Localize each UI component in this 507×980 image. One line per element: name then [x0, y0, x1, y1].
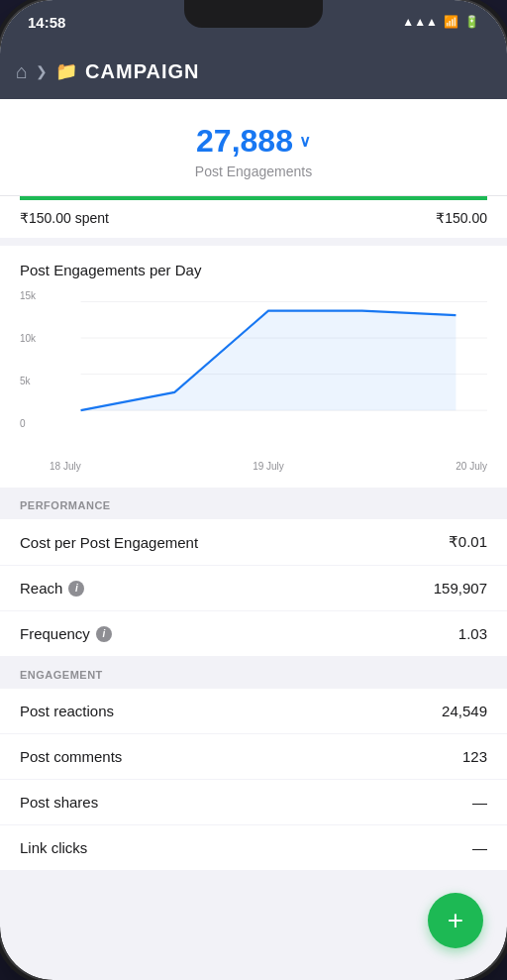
link-clicks-value: —	[472, 839, 487, 856]
post-comments-row: Post comments 123	[0, 734, 507, 780]
post-shares-label: Post shares	[20, 794, 98, 811]
frequency-value: 1.03	[458, 625, 487, 642]
page-title: CAMPAIGN	[85, 60, 199, 83]
chart-svg	[20, 290, 487, 449]
x-label-18july: 18 July	[50, 461, 81, 472]
post-reactions-value: 24,549	[442, 703, 487, 719]
performance-section-header: PERFORMANCE	[0, 488, 507, 519]
x-label-19july: 19 July	[253, 461, 284, 472]
link-clicks-label: Link clicks	[20, 839, 87, 856]
cost-per-engagement-label: Cost per Post Engagement	[20, 534, 198, 551]
reach-row: Reach i 159,907	[0, 566, 507, 611]
budget-progress-bar	[20, 196, 487, 200]
engagement-section-header: ENGAGEMENT	[0, 657, 507, 689]
chart-section: Post Engagements per Day 15k 10k 5k 0	[0, 246, 507, 488]
budget-row: ₹150.00 spent ₹150.00	[20, 210, 487, 226]
frequency-row: Frequency i 1.03	[0, 611, 507, 657]
screen-content: 27,888 ∨ Post Engagements ₹150.00 spent …	[0, 99, 507, 980]
post-comments-value: 123	[462, 748, 487, 765]
metric-number: 27,888	[196, 123, 293, 160]
status-time: 14:58	[28, 14, 65, 31]
signal-icon: ▲▲▲	[402, 15, 438, 29]
status-icons: ▲▲▲ 📶 🔋	[402, 15, 479, 29]
phone-screen: 14:58 ▲▲▲ 📶 🔋 ⌂ ❯ 📁 CAMPAIGN 27,888 ∨ Po…	[0, 0, 507, 980]
budget-section: ₹150.00 spent ₹150.00	[0, 195, 507, 238]
metric-value[interactable]: 27,888 ∨	[20, 123, 487, 160]
engagement-header-text: ENGAGEMENT	[20, 669, 103, 681]
notch	[184, 0, 323, 28]
y-label-5k: 5k	[20, 376, 36, 386]
post-comments-label: Post comments	[20, 748, 122, 765]
y-label-10k: 10k	[20, 333, 36, 344]
cost-per-engagement-row: Cost per Post Engagement ₹0.01	[0, 519, 507, 566]
post-shares-value: —	[472, 794, 487, 811]
performance-header-text: PERFORMANCE	[20, 499, 111, 511]
chart-x-labels: 18 July 19 July 20 July	[20, 457, 487, 472]
y-label-0: 0	[20, 418, 36, 429]
chart-container: 15k 10k 5k 0	[20, 290, 487, 449]
wifi-icon: 📶	[444, 15, 458, 29]
post-reactions-label: Post reactions	[20, 703, 114, 719]
reach-label: Reach i	[20, 580, 84, 597]
fab-plus-icon: +	[448, 905, 463, 936]
metric-chevron-icon: ∨	[299, 132, 311, 151]
chart-area	[81, 311, 456, 411]
chart-title: Post Engagements per Day	[20, 262, 487, 278]
frequency-label: Frequency i	[20, 625, 112, 642]
budget-progress-fill	[20, 196, 487, 200]
home-icon[interactable]: ⌂	[16, 60, 28, 83]
x-label-20july: 20 July	[456, 461, 487, 472]
y-label-15k: 15k	[20, 290, 36, 301]
chart-y-labels: 15k 10k 5k 0	[20, 290, 36, 429]
metric-label: Post Engagements	[20, 163, 487, 179]
link-clicks-row: Link clicks —	[0, 825, 507, 871]
post-shares-row: Post shares —	[0, 780, 507, 825]
phone-frame: 14:58 ▲▲▲ 📶 🔋 ⌂ ❯ 📁 CAMPAIGN 27,888 ∨ Po…	[0, 0, 507, 980]
cost-per-engagement-value: ₹0.01	[449, 533, 487, 551]
fab-add-button[interactable]: +	[428, 893, 483, 948]
breadcrumb-chevron: ❯	[36, 63, 48, 79]
nav-bar: ⌂ ❯ 📁 CAMPAIGN	[0, 44, 507, 99]
folder-icon: 📁	[55, 60, 77, 82]
battery-icon: 🔋	[464, 15, 479, 29]
post-reactions-row: Post reactions 24,549	[0, 689, 507, 734]
reach-value: 159,907	[434, 580, 487, 597]
budget-total: ₹150.00	[436, 210, 487, 226]
metric-card: 27,888 ∨ Post Engagements	[0, 99, 507, 195]
reach-info-icon[interactable]: i	[68, 581, 84, 597]
budget-spent: ₹150.00 spent	[20, 210, 109, 226]
frequency-info-icon[interactable]: i	[96, 626, 112, 642]
